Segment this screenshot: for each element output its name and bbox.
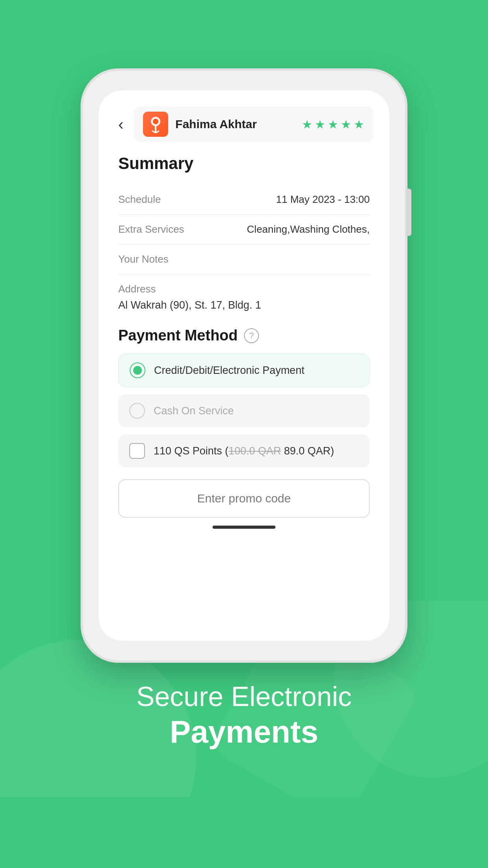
svg-point-4	[153, 119, 158, 124]
bottom-cta: Secure Electronic Payments	[136, 680, 352, 751]
radio-credit-fill	[133, 366, 142, 375]
notes-row: Your Notes	[118, 245, 370, 274]
phone-mockup: ‹ Fahima Akhtar	[83, 71, 405, 660]
avatar	[143, 112, 168, 137]
qs-label-text: 110 QS Points (	[154, 445, 229, 457]
qs-label: 110 QS Points (100.0 QAR 89.0 QAR)	[154, 445, 334, 457]
extra-services-value: Cleaning,Washing Clothes,	[247, 223, 370, 235]
address-value: Al Wakrah (90), St. 17, Bldg. 1	[118, 299, 370, 311]
payment-option-credit[interactable]: Credit/Debit/Electronic Payment	[118, 353, 370, 387]
radio-cash	[129, 403, 145, 419]
address-label: Address	[118, 283, 370, 295]
qs-points-option[interactable]: 110 QS Points (100.0 QAR 89.0 QAR)	[118, 434, 370, 467]
star-rating: ★ ★ ★ ★ ★	[302, 118, 364, 131]
payment-section-header: Payment Method ?	[118, 327, 370, 344]
payment-help-icon[interactable]: ?	[244, 328, 259, 343]
notes-label: Your Notes	[118, 253, 169, 265]
payment-option-cash[interactable]: Cash On Service	[118, 394, 370, 427]
extra-services-label: Extra Services	[118, 223, 184, 235]
phone-screen: ‹ Fahima Akhtar	[99, 90, 389, 641]
home-indicator	[213, 526, 275, 529]
credit-option-label: Credit/Debit/Electronic Payment	[154, 364, 305, 377]
qs-checkbox[interactable]	[129, 443, 145, 459]
extra-services-row: Extra Services Cleaning,Washing Clothes,	[118, 215, 370, 245]
schedule-row: Schedule 11 May 2023 - 13:00	[118, 185, 370, 215]
main-content: Summary Schedule 11 May 2023 - 13:00 Ext…	[99, 150, 389, 641]
qs-new-price: 89.0 QAR)	[281, 445, 334, 457]
star-5: ★	[354, 118, 364, 131]
schedule-label: Schedule	[118, 193, 161, 206]
provider-name: Fahima Akhtar	[175, 118, 257, 131]
star-3: ★	[328, 118, 338, 131]
back-button[interactable]: ‹	[114, 114, 127, 135]
phone-body: ‹ Fahima Akhtar	[83, 71, 405, 660]
cta-line1: Secure Electronic	[136, 680, 352, 713]
qs-original-price: 100.0 QAR	[229, 445, 281, 457]
cta-line2: Payments	[136, 713, 352, 751]
star-1: ★	[302, 118, 312, 131]
radio-credit	[130, 362, 145, 378]
provider-card: Fahima Akhtar ★ ★ ★ ★ ★	[134, 106, 374, 142]
star-4: ★	[341, 118, 351, 131]
payment-title: Payment Method	[118, 327, 238, 344]
summary-title: Summary	[118, 154, 370, 173]
promo-code-button[interactable]: Enter promo code	[118, 479, 370, 518]
schedule-value: 11 May 2023 - 13:00	[276, 193, 370, 206]
cash-option-label: Cash On Service	[154, 405, 234, 417]
address-block: Address Al Wakrah (90), St. 17, Bldg. 1	[118, 274, 370, 323]
header: ‹ Fahima Akhtar	[99, 90, 389, 150]
star-2: ★	[315, 118, 325, 131]
avatar-image	[143, 112, 168, 137]
